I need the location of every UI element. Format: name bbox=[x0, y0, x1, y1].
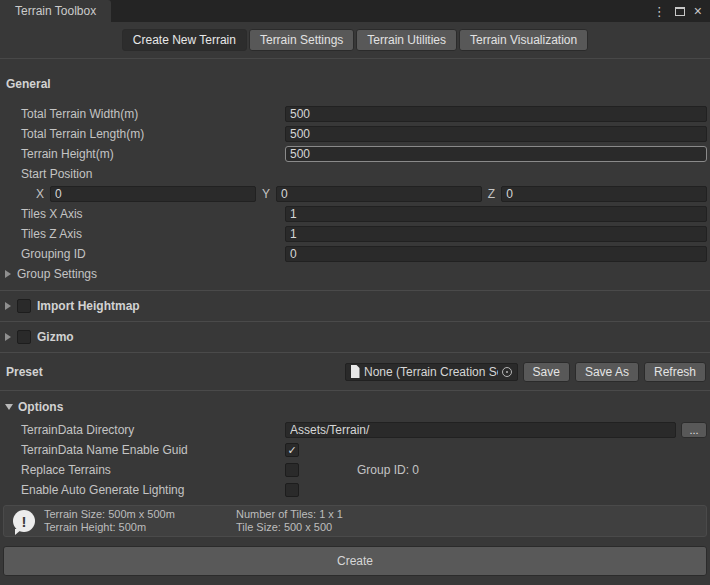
group-settings-foldout[interactable]: Group Settings bbox=[0, 264, 710, 284]
general-header: General bbox=[0, 77, 710, 92]
window-title: Terrain Toolbox bbox=[15, 4, 96, 18]
terraindata-guid-checkbox[interactable] bbox=[285, 443, 299, 457]
grouping-id-field[interactable] bbox=[285, 246, 707, 262]
total-terrain-length-label: Total Terrain Length(m) bbox=[21, 127, 285, 141]
total-terrain-width-label: Total Terrain Width(m) bbox=[21, 107, 285, 121]
start-position-label: Start Position bbox=[21, 167, 92, 181]
replace-terrains-row: Replace Terrains Group ID: 0 bbox=[0, 460, 710, 480]
group-id-text: Group ID: 0 bbox=[357, 463, 419, 477]
tab-label: Create New Terrain bbox=[133, 33, 236, 47]
start-position-y-field[interactable] bbox=[276, 186, 482, 202]
info-icon: ! bbox=[13, 510, 35, 532]
tile-size-text: Tile Size: 500 x 500 bbox=[236, 521, 343, 534]
total-terrain-width-field[interactable] bbox=[285, 106, 707, 122]
terrain-height-field[interactable] bbox=[285, 146, 707, 162]
terrain-toolbox-window: Terrain Toolbox ⋮ × Create New Terrain T… bbox=[0, 0, 710, 585]
terraindata-guid-row: TerrainData Name Enable Guid bbox=[0, 440, 710, 460]
gizmo-checkbox[interactable] bbox=[17, 330, 31, 344]
close-icon[interactable]: × bbox=[694, 4, 702, 18]
total-terrain-length-field[interactable] bbox=[285, 126, 707, 142]
save-button-label: Save bbox=[533, 365, 560, 379]
chevron-right-icon[interactable] bbox=[5, 333, 11, 341]
terraindata-directory-field[interactable] bbox=[285, 422, 676, 438]
preset-label: Preset bbox=[6, 365, 345, 379]
object-picker-icon[interactable] bbox=[502, 367, 512, 377]
group-settings-label: Group Settings bbox=[17, 267, 97, 281]
maximize-icon[interactable] bbox=[675, 7, 685, 16]
refresh-button-label: Refresh bbox=[654, 365, 696, 379]
import-heightmap-section: Import Heightmap bbox=[0, 291, 710, 321]
tab-terrain-visualization[interactable]: Terrain Visualization bbox=[459, 29, 588, 51]
options-header: Options bbox=[18, 400, 63, 414]
tab-terrain-settings[interactable]: Terrain Settings bbox=[249, 29, 354, 51]
start-position-xyz-row: X Y Z bbox=[0, 184, 710, 204]
grouping-id-row: Grouping ID bbox=[0, 244, 710, 264]
z-axis-label: Z bbox=[488, 187, 495, 201]
tab-terrain-utilities[interactable]: Terrain Utilities bbox=[356, 29, 457, 51]
x-axis-label: X bbox=[36, 187, 44, 201]
gizmo-section: Gizmo bbox=[0, 322, 710, 352]
titlebar: Terrain Toolbox ⋮ × bbox=[0, 0, 710, 22]
tiles-x-axis-row: Tiles X Axis bbox=[0, 204, 710, 224]
window-menu-icon[interactable]: ⋮ bbox=[653, 5, 666, 18]
terraindata-guid-label: TerrainData Name Enable Guid bbox=[21, 443, 285, 457]
tiles-x-axis-field[interactable] bbox=[285, 206, 707, 222]
auto-generate-lighting-label: Enable Auto Generate Lighting bbox=[21, 483, 285, 497]
chevron-down-icon bbox=[5, 404, 13, 410]
preset-object-field[interactable]: None (Terrain Creation Setting bbox=[345, 363, 518, 381]
terrain-height-label: Terrain Height(m) bbox=[21, 147, 285, 161]
chevron-right-icon[interactable] bbox=[5, 302, 11, 310]
number-of-tiles-text: Number of Tiles: 1 x 1 bbox=[236, 508, 343, 521]
terrain-info-helpbox: ! Terrain Size: 500m x 500m Terrain Heig… bbox=[3, 505, 707, 537]
terraindata-directory-label: TerrainData Directory bbox=[21, 423, 285, 437]
terrain-size-text: Terrain Size: 500m x 500m bbox=[44, 508, 236, 521]
tab-label: Terrain Visualization bbox=[470, 33, 577, 47]
gizmo-label: Gizmo bbox=[37, 330, 74, 344]
tiles-z-axis-label: Tiles Z Axis bbox=[21, 227, 285, 241]
window-tab[interactable]: Terrain Toolbox bbox=[0, 0, 111, 22]
preset-row: Preset None (Terrain Creation Setting Sa… bbox=[0, 353, 710, 390]
start-position-x-field[interactable] bbox=[50, 186, 256, 202]
total-terrain-length-row: Total Terrain Length(m) bbox=[0, 124, 710, 144]
terrain-height-text: Terrain Height: 500m bbox=[44, 521, 236, 534]
chevron-right-icon bbox=[5, 270, 11, 278]
tab-label: Terrain Utilities bbox=[367, 33, 446, 47]
replace-terrains-label: Replace Terrains bbox=[21, 463, 285, 477]
tiles-z-axis-field[interactable] bbox=[285, 226, 707, 242]
options-foldout[interactable]: Options bbox=[0, 399, 710, 414]
create-button[interactable]: Create bbox=[3, 546, 707, 576]
import-heightmap-label: Import Heightmap bbox=[37, 299, 140, 313]
terrain-height-row: Terrain Height(m) bbox=[0, 144, 710, 164]
auto-generate-lighting-checkbox[interactable] bbox=[285, 483, 299, 497]
start-position-z-field[interactable] bbox=[501, 186, 707, 202]
tab-label: Terrain Settings bbox=[260, 33, 343, 47]
refresh-button[interactable]: Refresh bbox=[644, 362, 706, 382]
browse-button[interactable]: ... bbox=[681, 422, 707, 438]
replace-terrains-checkbox[interactable] bbox=[285, 463, 299, 477]
tiles-x-axis-label: Tiles X Axis bbox=[21, 207, 285, 221]
save-as-button[interactable]: Save As bbox=[575, 362, 639, 382]
terrain-info-columns: Terrain Size: 500m x 500m Terrain Height… bbox=[44, 508, 343, 534]
asset-file-icon bbox=[350, 365, 360, 378]
save-button[interactable]: Save bbox=[523, 362, 570, 382]
create-new-terrain-panel: General Total Terrain Width(m) Total Ter… bbox=[0, 77, 710, 576]
terraindata-directory-row: TerrainData Directory ... bbox=[0, 420, 710, 440]
y-axis-label: Y bbox=[262, 187, 270, 201]
toolbox-tabbar: Create New Terrain Terrain Settings Terr… bbox=[0, 22, 710, 59]
start-position-row: Start Position bbox=[0, 164, 710, 184]
titlebar-spacer bbox=[111, 0, 653, 22]
import-heightmap-checkbox[interactable] bbox=[17, 299, 31, 313]
preset-object-value: None (Terrain Creation Setting bbox=[364, 365, 498, 379]
tiles-z-axis-row: Tiles Z Axis bbox=[0, 224, 710, 244]
grouping-id-label: Grouping ID bbox=[21, 247, 285, 261]
total-terrain-width-row: Total Terrain Width(m) bbox=[0, 104, 710, 124]
save-as-button-label: Save As bbox=[585, 365, 629, 379]
separator bbox=[0, 390, 710, 391]
tab-create-new-terrain[interactable]: Create New Terrain bbox=[122, 29, 247, 51]
terrain-info-left-column: Terrain Size: 500m x 500m Terrain Height… bbox=[44, 508, 236, 534]
window-controls: ⋮ × bbox=[653, 0, 710, 22]
terrain-info-right-column: Number of Tiles: 1 x 1 Tile Size: 500 x … bbox=[236, 508, 343, 534]
auto-generate-lighting-row: Enable Auto Generate Lighting bbox=[0, 480, 710, 500]
